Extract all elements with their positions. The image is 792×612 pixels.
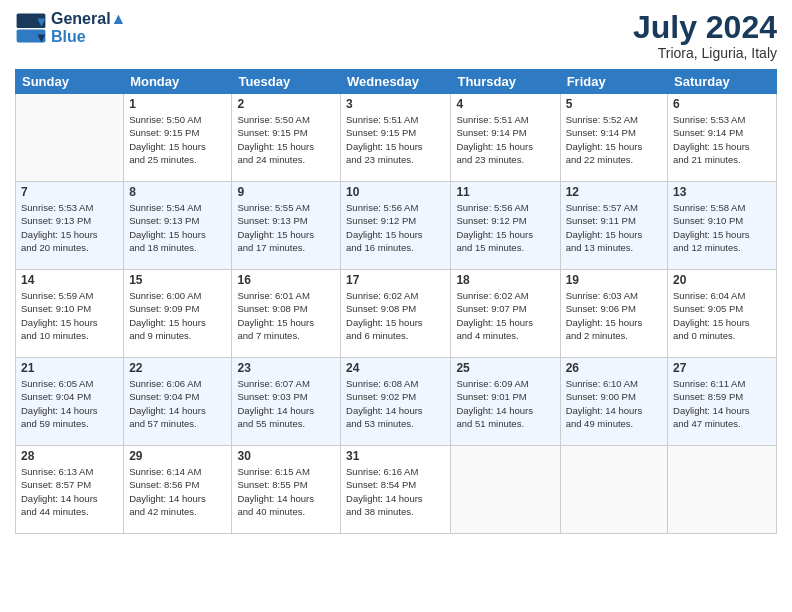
calendar-cell: 7Sunrise: 5:53 AM Sunset: 9:13 PM Daylig… bbox=[16, 182, 124, 270]
day-number: 8 bbox=[129, 185, 226, 199]
day-number: 23 bbox=[237, 361, 335, 375]
calendar-cell: 10Sunrise: 5:56 AM Sunset: 9:12 PM Dayli… bbox=[341, 182, 451, 270]
day-info: Sunrise: 5:53 AM Sunset: 9:13 PM Dayligh… bbox=[21, 201, 118, 254]
day-info: Sunrise: 5:51 AM Sunset: 9:15 PM Dayligh… bbox=[346, 113, 445, 166]
month-year: July 2024 bbox=[633, 10, 777, 45]
day-info: Sunrise: 5:59 AM Sunset: 9:10 PM Dayligh… bbox=[21, 289, 118, 342]
calendar-cell bbox=[451, 446, 560, 534]
calendar-cell: 19Sunrise: 6:03 AM Sunset: 9:06 PM Dayli… bbox=[560, 270, 667, 358]
day-number: 17 bbox=[346, 273, 445, 287]
calendar-cell: 18Sunrise: 6:02 AM Sunset: 9:07 PM Dayli… bbox=[451, 270, 560, 358]
week-row-5: 28Sunrise: 6:13 AM Sunset: 8:57 PM Dayli… bbox=[16, 446, 777, 534]
week-row-2: 7Sunrise: 5:53 AM Sunset: 9:13 PM Daylig… bbox=[16, 182, 777, 270]
day-info: Sunrise: 6:14 AM Sunset: 8:56 PM Dayligh… bbox=[129, 465, 226, 518]
day-number: 4 bbox=[456, 97, 554, 111]
day-info: Sunrise: 5:51 AM Sunset: 9:14 PM Dayligh… bbox=[456, 113, 554, 166]
day-number: 12 bbox=[566, 185, 662, 199]
calendar-cell: 9Sunrise: 5:55 AM Sunset: 9:13 PM Daylig… bbox=[232, 182, 341, 270]
calendar-cell: 4Sunrise: 5:51 AM Sunset: 9:14 PM Daylig… bbox=[451, 94, 560, 182]
day-info: Sunrise: 5:52 AM Sunset: 9:14 PM Dayligh… bbox=[566, 113, 662, 166]
weekday-header-thursday: Thursday bbox=[451, 70, 560, 94]
calendar-cell: 15Sunrise: 6:00 AM Sunset: 9:09 PM Dayli… bbox=[124, 270, 232, 358]
calendar-cell: 1Sunrise: 5:50 AM Sunset: 9:15 PM Daylig… bbox=[124, 94, 232, 182]
calendar-cell: 6Sunrise: 5:53 AM Sunset: 9:14 PM Daylig… bbox=[668, 94, 777, 182]
day-info: Sunrise: 5:58 AM Sunset: 9:10 PM Dayligh… bbox=[673, 201, 771, 254]
calendar-cell: 22Sunrise: 6:06 AM Sunset: 9:04 PM Dayli… bbox=[124, 358, 232, 446]
day-info: Sunrise: 5:50 AM Sunset: 9:15 PM Dayligh… bbox=[237, 113, 335, 166]
calendar-cell: 25Sunrise: 6:09 AM Sunset: 9:01 PM Dayli… bbox=[451, 358, 560, 446]
day-number: 20 bbox=[673, 273, 771, 287]
day-number: 16 bbox=[237, 273, 335, 287]
logo: General▲ Blue bbox=[15, 10, 126, 45]
day-number: 26 bbox=[566, 361, 662, 375]
calendar-cell bbox=[16, 94, 124, 182]
day-info: Sunrise: 5:57 AM Sunset: 9:11 PM Dayligh… bbox=[566, 201, 662, 254]
day-number: 13 bbox=[673, 185, 771, 199]
calendar-cell: 28Sunrise: 6:13 AM Sunset: 8:57 PM Dayli… bbox=[16, 446, 124, 534]
day-number: 5 bbox=[566, 97, 662, 111]
day-info: Sunrise: 6:15 AM Sunset: 8:55 PM Dayligh… bbox=[237, 465, 335, 518]
day-info: Sunrise: 6:06 AM Sunset: 9:04 PM Dayligh… bbox=[129, 377, 226, 430]
title-block: July 2024 Triora, Liguria, Italy bbox=[633, 10, 777, 61]
day-info: Sunrise: 5:55 AM Sunset: 9:13 PM Dayligh… bbox=[237, 201, 335, 254]
calendar-cell: 3Sunrise: 5:51 AM Sunset: 9:15 PM Daylig… bbox=[341, 94, 451, 182]
page: General▲ Blue July 2024 Triora, Liguria,… bbox=[0, 0, 792, 612]
calendar-cell: 31Sunrise: 6:16 AM Sunset: 8:54 PM Dayli… bbox=[341, 446, 451, 534]
day-number: 21 bbox=[21, 361, 118, 375]
day-info: Sunrise: 6:16 AM Sunset: 8:54 PM Dayligh… bbox=[346, 465, 445, 518]
calendar-cell: 16Sunrise: 6:01 AM Sunset: 9:08 PM Dayli… bbox=[232, 270, 341, 358]
header: General▲ Blue July 2024 Triora, Liguria,… bbox=[15, 10, 777, 61]
day-info: Sunrise: 6:11 AM Sunset: 8:59 PM Dayligh… bbox=[673, 377, 771, 430]
day-number: 11 bbox=[456, 185, 554, 199]
week-row-4: 21Sunrise: 6:05 AM Sunset: 9:04 PM Dayli… bbox=[16, 358, 777, 446]
week-row-1: 1Sunrise: 5:50 AM Sunset: 9:15 PM Daylig… bbox=[16, 94, 777, 182]
day-info: Sunrise: 6:07 AM Sunset: 9:03 PM Dayligh… bbox=[237, 377, 335, 430]
day-number: 27 bbox=[673, 361, 771, 375]
day-info: Sunrise: 5:50 AM Sunset: 9:15 PM Dayligh… bbox=[129, 113, 226, 166]
day-info: Sunrise: 5:54 AM Sunset: 9:13 PM Dayligh… bbox=[129, 201, 226, 254]
day-info: Sunrise: 5:56 AM Sunset: 9:12 PM Dayligh… bbox=[456, 201, 554, 254]
weekday-header-tuesday: Tuesday bbox=[232, 70, 341, 94]
calendar-cell: 20Sunrise: 6:04 AM Sunset: 9:05 PM Dayli… bbox=[668, 270, 777, 358]
calendar-cell: 21Sunrise: 6:05 AM Sunset: 9:04 PM Dayli… bbox=[16, 358, 124, 446]
calendar-cell: 26Sunrise: 6:10 AM Sunset: 9:00 PM Dayli… bbox=[560, 358, 667, 446]
day-info: Sunrise: 6:04 AM Sunset: 9:05 PM Dayligh… bbox=[673, 289, 771, 342]
calendar-cell: 13Sunrise: 5:58 AM Sunset: 9:10 PM Dayli… bbox=[668, 182, 777, 270]
day-info: Sunrise: 6:05 AM Sunset: 9:04 PM Dayligh… bbox=[21, 377, 118, 430]
calendar-cell: 14Sunrise: 5:59 AM Sunset: 9:10 PM Dayli… bbox=[16, 270, 124, 358]
day-number: 22 bbox=[129, 361, 226, 375]
day-number: 3 bbox=[346, 97, 445, 111]
day-info: Sunrise: 6:00 AM Sunset: 9:09 PM Dayligh… bbox=[129, 289, 226, 342]
day-number: 24 bbox=[346, 361, 445, 375]
day-info: Sunrise: 6:09 AM Sunset: 9:01 PM Dayligh… bbox=[456, 377, 554, 430]
logo-icon bbox=[15, 12, 47, 44]
day-number: 7 bbox=[21, 185, 118, 199]
day-number: 1 bbox=[129, 97, 226, 111]
day-number: 25 bbox=[456, 361, 554, 375]
day-info: Sunrise: 6:13 AM Sunset: 8:57 PM Dayligh… bbox=[21, 465, 118, 518]
day-info: Sunrise: 6:10 AM Sunset: 9:00 PM Dayligh… bbox=[566, 377, 662, 430]
calendar-cell: 30Sunrise: 6:15 AM Sunset: 8:55 PM Dayli… bbox=[232, 446, 341, 534]
calendar-cell bbox=[560, 446, 667, 534]
day-number: 6 bbox=[673, 97, 771, 111]
calendar-cell: 24Sunrise: 6:08 AM Sunset: 9:02 PM Dayli… bbox=[341, 358, 451, 446]
day-info: Sunrise: 6:02 AM Sunset: 9:07 PM Dayligh… bbox=[456, 289, 554, 342]
calendar-cell bbox=[668, 446, 777, 534]
day-number: 14 bbox=[21, 273, 118, 287]
week-row-3: 14Sunrise: 5:59 AM Sunset: 9:10 PM Dayli… bbox=[16, 270, 777, 358]
day-number: 15 bbox=[129, 273, 226, 287]
weekday-header-saturday: Saturday bbox=[668, 70, 777, 94]
calendar-cell: 29Sunrise: 6:14 AM Sunset: 8:56 PM Dayli… bbox=[124, 446, 232, 534]
weekday-header-wednesday: Wednesday bbox=[341, 70, 451, 94]
calendar-cell: 11Sunrise: 5:56 AM Sunset: 9:12 PM Dayli… bbox=[451, 182, 560, 270]
calendar-cell: 12Sunrise: 5:57 AM Sunset: 9:11 PM Dayli… bbox=[560, 182, 667, 270]
location: Triora, Liguria, Italy bbox=[633, 45, 777, 61]
calendar-cell: 5Sunrise: 5:52 AM Sunset: 9:14 PM Daylig… bbox=[560, 94, 667, 182]
calendar-cell: 23Sunrise: 6:07 AM Sunset: 9:03 PM Dayli… bbox=[232, 358, 341, 446]
calendar-cell: 17Sunrise: 6:02 AM Sunset: 9:08 PM Dayli… bbox=[341, 270, 451, 358]
day-number: 28 bbox=[21, 449, 118, 463]
day-info: Sunrise: 6:03 AM Sunset: 9:06 PM Dayligh… bbox=[566, 289, 662, 342]
day-number: 18 bbox=[456, 273, 554, 287]
logo-text: General▲ Blue bbox=[51, 10, 126, 45]
weekday-header-row: SundayMondayTuesdayWednesdayThursdayFrid… bbox=[16, 70, 777, 94]
